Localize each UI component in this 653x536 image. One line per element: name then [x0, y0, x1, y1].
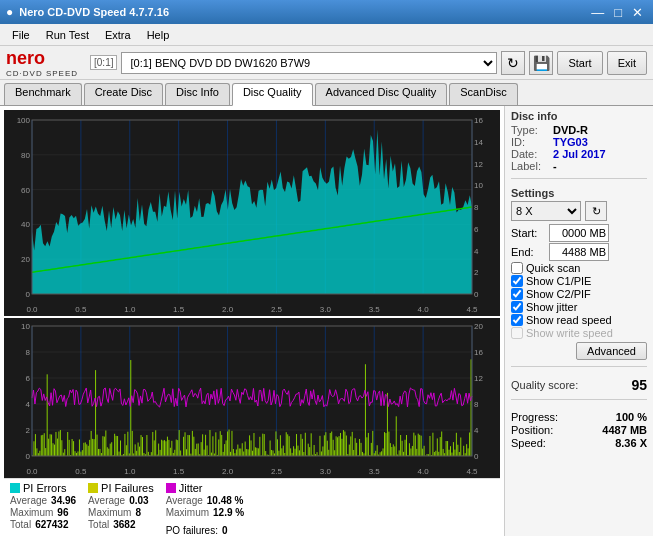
exit-button[interactable]: Exit: [607, 51, 647, 75]
po-failures-label: PO failures:: [166, 525, 218, 536]
speed-label: Speed:: [511, 437, 546, 449]
advanced-button[interactable]: Advanced: [576, 342, 647, 360]
date-value: 2 Jul 2017: [553, 148, 606, 160]
show-read-speed-label: Show read speed: [526, 314, 612, 326]
maximize-button[interactable]: □: [610, 5, 626, 20]
legend-area: PI Errors Average 34.96 Maximum 96 Total: [4, 478, 500, 532]
end-input[interactable]: [549, 243, 609, 261]
right-panel: Disc info Type: DVD-R ID: TYG03 Date: 2 …: [505, 106, 653, 536]
refresh-icon-btn[interactable]: ↻: [501, 51, 525, 75]
pi-failures-avg-label: Average: [88, 495, 125, 506]
drive-select[interactable]: [0:1] BENQ DVD DD DW1620 B7W9: [121, 52, 497, 74]
menu-bar: File Run Test Extra Help: [0, 24, 653, 46]
app-title: Nero CD-DVD Speed 4.7.7.16: [19, 6, 169, 18]
date-label: Date:: [511, 148, 549, 160]
po-failures-value: 0: [222, 525, 228, 536]
logo: nero CD·DVD SPEED: [6, 48, 78, 78]
bottom-chart: [4, 318, 500, 478]
pi-errors-avg-value: 34.96: [51, 495, 76, 506]
start-label: Start:: [511, 227, 545, 239]
pi-errors-color: [10, 483, 20, 493]
minimize-button[interactable]: —: [587, 5, 608, 20]
show-c2pif-checkbox[interactable]: [511, 288, 523, 300]
jitter-max-label: Maximum: [166, 507, 209, 518]
jitter-max-value: 12.9 %: [213, 507, 244, 518]
quality-score-label: Quality score:: [511, 379, 578, 391]
position-value: 4487 MB: [602, 424, 647, 436]
menu-help[interactable]: Help: [139, 27, 178, 43]
speed-select[interactable]: 8 X: [511, 201, 581, 221]
title-bar-title: ● Nero CD-DVD Speed 4.7.7.16: [6, 5, 169, 19]
show-write-speed-checkbox: [511, 327, 523, 339]
jitter-avg-value: 10.48 %: [207, 495, 244, 506]
logo-sub: CD·DVD SPEED: [6, 69, 78, 78]
start-input[interactable]: [549, 224, 609, 242]
disc-label-value: -: [553, 160, 557, 172]
quality-score-value: 95: [631, 377, 647, 393]
pi-failures-color: [88, 483, 98, 493]
show-jitter-label: Show jitter: [526, 301, 577, 313]
jitter-color: [166, 483, 176, 493]
logo-text: nero: [6, 48, 78, 69]
type-label: Type:: [511, 124, 549, 136]
menu-extra[interactable]: Extra: [97, 27, 139, 43]
tab-benchmark[interactable]: Benchmark: [4, 83, 82, 105]
tab-disc-info[interactable]: Disc Info: [165, 83, 230, 105]
legend-pi-failures: PI Failures Average 0.03 Maximum 8 Total: [88, 482, 154, 530]
pi-failures-max-value: 8: [135, 507, 141, 518]
pi-failures-max-label: Maximum: [88, 507, 131, 518]
legend-jitter: Jitter Average 10.48 % Maximum 12.9 % PO…: [166, 482, 244, 536]
close-button[interactable]: ✕: [628, 5, 647, 20]
tab-create-disc[interactable]: Create Disc: [84, 83, 163, 105]
quick-scan-checkbox[interactable]: [511, 262, 523, 274]
tab-scan-disc[interactable]: ScanDisc: [449, 83, 517, 105]
pi-failures-total-value: 3682: [113, 519, 135, 530]
position-label: Position:: [511, 424, 553, 436]
save-icon-btn[interactable]: 💾: [529, 51, 553, 75]
progress-label: Progress:: [511, 411, 558, 423]
speed-value: 8.36 X: [615, 437, 647, 449]
menu-run-test[interactable]: Run Test: [38, 27, 97, 43]
tab-bar: Benchmark Create Disc Disc Info Disc Qua…: [0, 80, 653, 106]
progress-value: 100 %: [616, 411, 647, 423]
show-c2pif-label: Show C2/PIF: [526, 288, 591, 300]
speed-refresh-btn[interactable]: ↻: [585, 201, 607, 221]
pi-failures-total-label: Total: [88, 519, 109, 530]
show-c1pie-label: Show C1/PIE: [526, 275, 591, 287]
pi-failures-avg-value: 0.03: [129, 495, 148, 506]
settings-title: Settings: [511, 187, 647, 199]
pi-errors-total-value: 627432: [35, 519, 68, 530]
tab-disc-quality[interactable]: Disc Quality: [232, 83, 313, 106]
disc-info-section: Disc info Type: DVD-R ID: TYG03 Date: 2 …: [511, 110, 647, 172]
id-value: TYG03: [553, 136, 588, 148]
drive-label: [0:1]: [90, 55, 117, 70]
progress-section: Progress: 100 % Position: 4487 MB Speed:…: [511, 410, 647, 450]
jitter-avg-label: Average: [166, 495, 203, 506]
show-write-speed-label: Show write speed: [526, 327, 613, 339]
top-chart: [4, 110, 500, 316]
main-content: PI Errors Average 34.96 Maximum 96 Total: [0, 106, 653, 536]
show-jitter-checkbox[interactable]: [511, 301, 523, 313]
pi-errors-avg-label: Average: [10, 495, 47, 506]
chart-area: PI Errors Average 34.96 Maximum 96 Total: [0, 106, 505, 536]
settings-section: Settings 8 X ↻ Start: End: Quick scan: [511, 187, 647, 360]
menu-file[interactable]: File: [4, 27, 38, 43]
disc-label-label: Label:: [511, 160, 549, 172]
window-controls[interactable]: — □ ✕: [587, 5, 647, 20]
pi-errors-label: PI Errors: [23, 482, 66, 494]
id-label: ID:: [511, 136, 549, 148]
disc-info-title: Disc info: [511, 110, 647, 122]
quick-scan-label: Quick scan: [526, 262, 580, 274]
quality-score-row: Quality score: 95: [511, 377, 647, 393]
pi-errors-total-label: Total: [10, 519, 31, 530]
pi-errors-max-label: Maximum: [10, 507, 53, 518]
show-read-speed-checkbox[interactable]: [511, 314, 523, 326]
pi-errors-max-value: 96: [57, 507, 68, 518]
jitter-label: Jitter: [179, 482, 203, 494]
start-button[interactable]: Start: [557, 51, 602, 75]
title-bar: ● Nero CD-DVD Speed 4.7.7.16 — □ ✕: [0, 0, 653, 24]
type-value: DVD-R: [553, 124, 588, 136]
tab-advanced-disc-quality[interactable]: Advanced Disc Quality: [315, 83, 448, 105]
show-c1pie-checkbox[interactable]: [511, 275, 523, 287]
legend-pi-errors: PI Errors Average 34.96 Maximum 96 Total: [10, 482, 76, 530]
